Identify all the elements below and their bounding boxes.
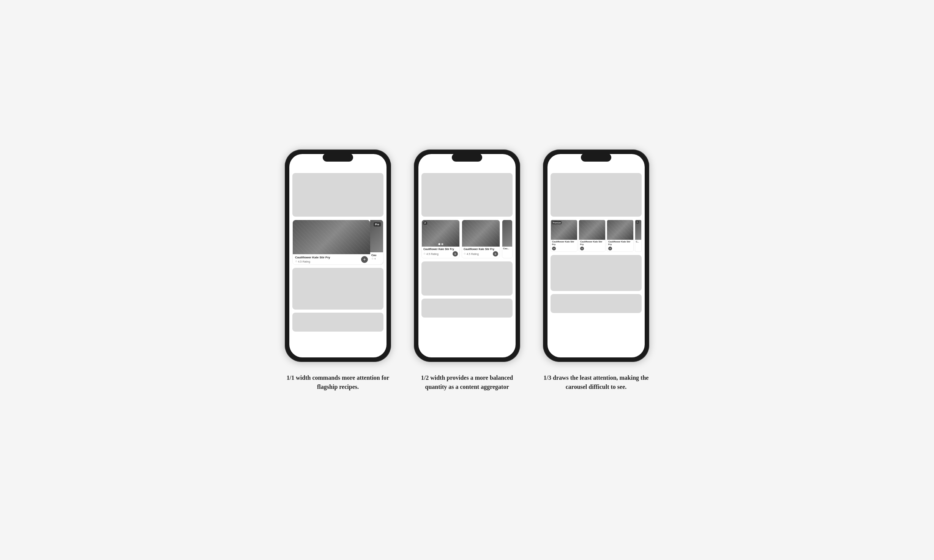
phone-frame-3: Premium Cauliflower Kale Stir Fry + bbox=[543, 149, 649, 362]
mid-placeholder-3 bbox=[551, 255, 642, 291]
top-placeholder-2 bbox=[421, 173, 513, 217]
caption-1: 1/1 width commands more attention for fl… bbox=[285, 373, 391, 392]
caption-2: 1/2 width provides a more balanced quant… bbox=[414, 373, 520, 392]
half-card-info-1: Cauliflower Kale Stir Fry ☆ 4.5 Rating + bbox=[422, 247, 459, 258]
half-card-2: Cauliflower Kale Stir Fry ☆ 4.5 Rating + bbox=[462, 220, 500, 258]
third-title-3: Cauliflower Kale Stir Fry bbox=[608, 241, 632, 246]
third-texture-2 bbox=[579, 220, 605, 240]
half-img-texture-2 bbox=[462, 220, 500, 247]
half-card-bottom-2: ☆ 4.5 Rating + bbox=[464, 251, 498, 256]
third-card-partial: Pr C... bbox=[635, 220, 642, 252]
add-button[interactable]: + bbox=[361, 256, 368, 263]
screen-content-2: Cauliflower Kale Stir Fry ☆ 4.5 Rating + bbox=[418, 170, 516, 357]
half-card-1: Cauliflower Kale Stir Fry ☆ 4.5 Rating + bbox=[421, 220, 460, 258]
premium-badge-1: Pre bbox=[374, 222, 381, 227]
third-info-3: Cauliflower Kale Stir Fry + bbox=[607, 240, 633, 252]
screen-content-3: Premium Cauliflower Kale Stir Fry + bbox=[547, 170, 645, 357]
dynamic-island-1 bbox=[323, 153, 353, 162]
half-card-title-2: Cauliflower Kale Stir Fry bbox=[464, 248, 498, 250]
third-title-2: Cauliflower Kale Stir Fry bbox=[580, 241, 604, 246]
recipe-image-full bbox=[293, 220, 370, 254]
phone-screen-1: Cauliflower Kale Stir Fry ☆ 4.5 Rating + bbox=[289, 154, 387, 357]
third-card-2: Cauliflower Kale Stir Fry + bbox=[579, 220, 606, 252]
third-img-2 bbox=[579, 220, 605, 240]
half-rating-text-1: 4.5 Rating bbox=[426, 253, 439, 255]
phone-frame-1: Cauliflower Kale Stir Fry ☆ 4.5 Rating + bbox=[285, 149, 391, 362]
half-star-2: ☆ bbox=[464, 252, 466, 255]
third-info-1: Cauliflower Kale Stir Fry + bbox=[551, 240, 577, 252]
dynamic-island-3 bbox=[581, 153, 611, 162]
half-star-1: ☆ bbox=[423, 252, 426, 255]
half-img-2 bbox=[462, 220, 500, 247]
third-partial-title: C... bbox=[636, 241, 641, 243]
third-title-1: Cauliflower Kale Stir Fry bbox=[552, 241, 576, 246]
screen-content-1: Cauliflower Kale Stir Fry ☆ 4.5 Rating + bbox=[289, 170, 387, 357]
mid-placeholder-1 bbox=[292, 268, 383, 310]
star-icon: ☆ bbox=[295, 260, 297, 263]
dots-indicator bbox=[438, 243, 443, 245]
recipe-info-bar: Cauliflower Kale Stir Fry ☆ 4.5 Rating + bbox=[293, 254, 370, 264]
rating-row: ☆ 4.5 Rating bbox=[295, 260, 330, 263]
caption-3: 1/3 draws the least attention, making th… bbox=[543, 373, 649, 392]
half-card-bottom-1: ☆ 4.5 Rating + bbox=[423, 251, 458, 256]
half-rating-text-2: 4.5 Rating bbox=[467, 253, 479, 255]
half-img-partial bbox=[502, 220, 512, 247]
third-img-partial: Pr bbox=[635, 220, 641, 240]
dot-1 bbox=[438, 243, 440, 245]
rating-text: 4.5 Rating bbox=[298, 260, 310, 263]
bot-placeholder-2 bbox=[421, 299, 513, 318]
third-badge-partial: Pr bbox=[636, 221, 639, 223]
cards-row-half: Cauliflower Kale Stir Fry ☆ 4.5 Rating + bbox=[421, 220, 513, 258]
third-add-1[interactable]: + bbox=[552, 247, 556, 250]
partial-rating-num: 4 bbox=[374, 258, 375, 260]
partial-rating: ☆ 4 bbox=[371, 257, 382, 260]
half-card-info-2: Cauliflower Kale Stir Fry ☆ 4.5 Rating + bbox=[462, 247, 500, 258]
caption-text-2: 1/2 width provides a more balanced quant… bbox=[421, 374, 513, 390]
third-img-1: Premium bbox=[551, 220, 577, 240]
recipe-card-full-1: Cauliflower Kale Stir Fry ☆ 4.5 Rating + bbox=[292, 220, 383, 265]
bot-placeholder-1 bbox=[292, 313, 383, 332]
caption-text-1: 1/1 width commands more attention for fl… bbox=[287, 374, 389, 390]
third-texture-3 bbox=[607, 220, 633, 240]
half-partial-info: Cau... bbox=[502, 247, 512, 257]
third-img-3 bbox=[607, 220, 633, 240]
third-badge-1: Premium bbox=[552, 221, 562, 224]
top-placeholder-1 bbox=[292, 173, 383, 217]
dynamic-island-2 bbox=[452, 153, 482, 162]
partial-star: ☆ bbox=[371, 257, 374, 260]
half-img-texture-1 bbox=[422, 220, 459, 247]
caption-text-3: 1/3 draws the least attention, making th… bbox=[544, 374, 649, 390]
bot-placeholder-3 bbox=[551, 294, 642, 313]
third-card-1: Premium Cauliflower Kale Stir Fry + bbox=[551, 220, 577, 252]
mid-placeholder-2 bbox=[421, 261, 513, 296]
phones-comparison-row: Cauliflower Kale Stir Fry ☆ 4.5 Rating + bbox=[285, 149, 649, 392]
third-partial-info: C... bbox=[635, 240, 641, 250]
half-img-1 bbox=[422, 220, 459, 247]
third-card-3: Cauliflower Kale Stir Fry + bbox=[607, 220, 634, 252]
phone-frame-2: Cauliflower Kale Stir Fry ☆ 4.5 Rating + bbox=[414, 149, 520, 362]
half-card-title-1: Cauliflower Kale Stir Fry bbox=[423, 248, 458, 250]
recipe-img-placeholder bbox=[293, 220, 370, 254]
partial-card-edge: Cau ☆ 4 bbox=[370, 220, 383, 264]
half-badge-1: P bbox=[423, 222, 427, 225]
phone-column-3: Premium Cauliflower Kale Stir Fry + bbox=[543, 149, 649, 392]
third-add-3[interactable]: + bbox=[608, 247, 612, 250]
half-partial-title: Cau... bbox=[503, 247, 511, 250]
recipe-title: Cauliflower Kale Stir Fry bbox=[295, 256, 330, 259]
phone-screen-2: Cauliflower Kale Stir Fry ☆ 4.5 Rating + bbox=[418, 154, 516, 357]
phone-column-2: Cauliflower Kale Stir Fry ☆ 4.5 Rating + bbox=[414, 149, 520, 392]
half-add-btn-2[interactable]: + bbox=[493, 251, 498, 256]
half-card-partial: Cau... bbox=[502, 220, 513, 258]
partial-info: Cau ☆ 4 bbox=[370, 252, 383, 264]
half-rating-1: ☆ 4.5 Rating bbox=[423, 252, 439, 255]
top-placeholder-3 bbox=[551, 173, 642, 217]
cards-row-third: Premium Cauliflower Kale Stir Fry + bbox=[551, 220, 642, 252]
half-add-btn-1[interactable]: + bbox=[453, 251, 458, 256]
third-add-2[interactable]: + bbox=[580, 247, 584, 250]
phone-column-1: Cauliflower Kale Stir Fry ☆ 4.5 Rating + bbox=[285, 149, 391, 392]
third-info-2: Cauliflower Kale Stir Fry + bbox=[579, 240, 605, 252]
recipe-text-block: Cauliflower Kale Stir Fry ☆ 4.5 Rating bbox=[295, 256, 330, 263]
partial-title: Cau bbox=[371, 254, 382, 256]
phone-screen-3: Premium Cauliflower Kale Stir Fry + bbox=[547, 154, 645, 357]
half-rating-2: ☆ 4.5 Rating bbox=[464, 252, 479, 255]
